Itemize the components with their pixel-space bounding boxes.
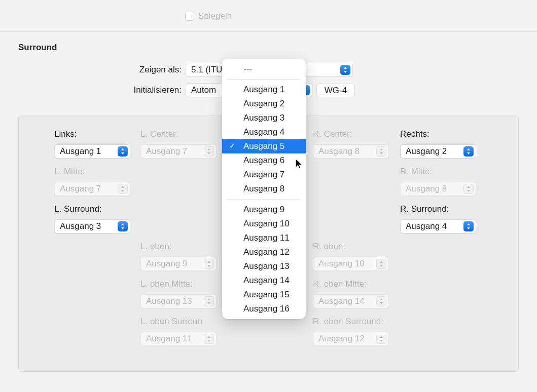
section-title: Surround	[18, 43, 57, 53]
chevron-updown-icon	[376, 296, 386, 306]
init-textbox[interactable]: WG-4	[316, 84, 355, 97]
init-label: Initialisieren:	[118, 85, 182, 95]
chevron-updown-icon	[118, 146, 128, 156]
mirror-label: Spiegeln	[198, 11, 232, 21]
links-label: Links:	[54, 129, 77, 139]
chevron-updown-icon	[376, 334, 386, 344]
chevron-updown-icon	[376, 146, 386, 156]
chevron-updown-icon	[340, 65, 350, 75]
menu-item[interactable]: Ausgang 8	[222, 182, 306, 196]
menu-item[interactable]: Ausgang 5	[222, 139, 306, 153]
output-dropdown-menu[interactable]: ---Ausgang 1Ausgang 2Ausgang 3Ausgang 4A…	[222, 59, 306, 319]
menu-item[interactable]: Ausgang 12	[222, 245, 306, 259]
l-oben-mitte-label: L. oben Mitte:	[140, 279, 193, 289]
section-divider	[0, 31, 537, 32]
menu-item[interactable]: Ausgang 10	[222, 217, 306, 231]
chevron-updown-icon	[204, 334, 214, 344]
r-oben-select: Ausgang 10	[313, 257, 389, 271]
l-oben-select: Ausgang 9	[140, 257, 217, 271]
mirror-checkbox[interactable]	[185, 12, 194, 21]
chevron-updown-icon	[463, 146, 474, 156]
menu-item[interactable]: ---	[222, 62, 306, 76]
mirror-checkbox-row[interactable]: Spiegeln	[185, 11, 232, 21]
r-center-select: Ausgang 8	[313, 144, 389, 159]
menu-item[interactable]: Ausgang 1	[222, 83, 306, 97]
rechts-select[interactable]: Ausgang 2	[400, 144, 476, 159]
links-select[interactable]: Ausgang 1	[54, 144, 130, 159]
chevron-updown-icon	[204, 146, 214, 156]
menu-separator	[227, 79, 301, 80]
r-surround-select[interactable]: Ausgang 4	[400, 219, 476, 233]
menu-item[interactable]: Ausgang 2	[222, 97, 306, 111]
chevron-updown-icon	[463, 184, 474, 194]
chevron-updown-icon	[118, 221, 128, 231]
l-mitte-select: Ausgang 7	[54, 182, 130, 196]
menu-separator	[227, 199, 301, 200]
r-center-label: R. Center:	[313, 129, 352, 139]
r-mitte-select: Ausgang 8	[400, 182, 476, 196]
r-mitte-label: R. Mitte:	[400, 167, 432, 177]
menu-item[interactable]: Ausgang 7	[222, 168, 306, 182]
r-oben-mitte-select: Ausgang 14	[313, 294, 389, 308]
l-surround-label: L. Surround:	[54, 204, 102, 214]
show-as-label: Zeigen als:	[118, 65, 182, 75]
rechts-label: Rechts:	[400, 129, 429, 139]
menu-item[interactable]: Ausgang 16	[222, 302, 306, 316]
l-mitte-label: L. Mitte:	[54, 167, 85, 177]
l-oben-surround-label: L. oben Surroun	[140, 317, 202, 327]
menu-item[interactable]: Ausgang 13	[222, 259, 306, 273]
r-surround-label: R. Surround:	[400, 204, 449, 214]
r-oben-label: R. oben:	[313, 242, 345, 252]
r-oben-mitte-label: R. oben Mitte:	[313, 279, 367, 289]
l-oben-mitte-select: Ausgang 13	[140, 294, 217, 308]
menu-item[interactable]: Ausgang 15	[222, 288, 306, 302]
chevron-updown-icon	[376, 259, 386, 269]
r-oben-surround-select: Ausgang 12	[313, 332, 389, 346]
menu-item[interactable]: Ausgang 14	[222, 273, 306, 288]
chevron-updown-icon	[118, 184, 128, 194]
l-center-label: L. Center:	[140, 129, 178, 139]
menu-item[interactable]: Ausgang 11	[222, 231, 306, 245]
chevron-updown-icon	[204, 259, 214, 269]
menu-item[interactable]: Ausgang 6	[222, 153, 306, 168]
l-surround-select[interactable]: Ausgang 3	[54, 219, 130, 233]
r-oben-surround-label: R. oben Surround:	[313, 317, 383, 327]
l-center-select: Ausgang 7	[140, 144, 217, 159]
menu-item[interactable]: Ausgang 9	[222, 203, 306, 217]
chevron-updown-icon	[463, 221, 474, 231]
l-oben-surround-select: Ausgang 11	[140, 332, 217, 346]
menu-item[interactable]: Ausgang 4	[222, 125, 306, 139]
chevron-updown-icon	[204, 296, 214, 306]
l-oben-label: L. oben:	[140, 242, 171, 252]
menu-item[interactable]: Ausgang 3	[222, 111, 306, 125]
